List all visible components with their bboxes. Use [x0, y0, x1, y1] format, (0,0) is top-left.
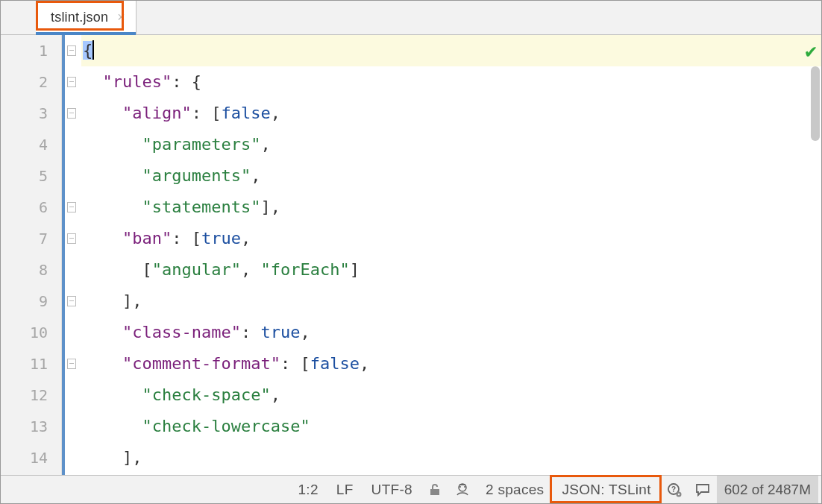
fold-handle[interactable]	[67, 296, 76, 306]
editor-tab[interactable]: tslint.json ×	[36, 1, 137, 34]
punctuation: ],	[260, 198, 280, 216]
json-key: "comment-format"	[122, 354, 280, 373]
code-line[interactable]: "align": [false,	[81, 98, 821, 129]
fold-handle[interactable]	[67, 108, 76, 119]
line-number[interactable]: 8	[1, 254, 48, 286]
string: "check-lowercase"	[142, 417, 310, 435]
code-line[interactable]: "parameters",	[81, 129, 821, 160]
fold-handle[interactable]	[67, 45, 76, 56]
punctuation: ,	[241, 229, 251, 248]
fold-column	[62, 35, 81, 475]
punctuation: ,	[260, 135, 270, 154]
punctuation: ,	[360, 354, 369, 373]
boolean: false	[221, 104, 270, 122]
string: "forEach"	[260, 260, 349, 279]
help-settings-icon[interactable]: ?	[660, 482, 688, 498]
code-line[interactable]: "rules": {	[81, 66, 821, 98]
line-number[interactable]: 13	[1, 411, 48, 442]
punctuation: ,	[271, 385, 280, 404]
status-bar: 1:2 LF UTF-8 2 spaces JSON: TSLint ? 602…	[1, 475, 821, 503]
punctuation: ],	[122, 292, 142, 310]
code-line[interactable]: "class-name": true,	[81, 317, 821, 348]
boolean: true	[260, 323, 300, 341]
file-language[interactable]: JSON: TSLint	[553, 476, 659, 503]
memory-indicator[interactable]: 602 of 2487M	[717, 476, 818, 503]
line-number[interactable]: 4	[1, 129, 48, 160]
svg-point-7	[677, 493, 680, 495]
line-number[interactable]: 7	[1, 223, 48, 254]
line-number[interactable]: 3	[1, 98, 48, 129]
code-line[interactable]: "check-space",	[81, 379, 821, 411]
svg-point-1	[459, 486, 461, 488]
code-line[interactable]: "statements"],	[81, 192, 821, 223]
punctuation: [	[142, 260, 151, 279]
line-number[interactable]: 6	[1, 192, 48, 223]
string: "parameters"	[142, 135, 260, 154]
string: "angular"	[152, 260, 241, 279]
code-line[interactable]: "comment-format": [false,	[81, 348, 821, 379]
indent-setting[interactable]: 2 spaces	[477, 476, 553, 503]
line-number[interactable]: 5	[1, 160, 48, 192]
encoding[interactable]: UTF-8	[363, 476, 421, 503]
punctuation: :	[241, 323, 261, 341]
punctuation: ]	[350, 260, 360, 279]
text-caret	[92, 40, 94, 60]
punctuation: : [	[172, 229, 201, 248]
punctuation: ,	[241, 260, 261, 279]
svg-text:?: ?	[671, 485, 676, 494]
fold-handle[interactable]	[67, 202, 76, 212]
tab-bar: tslint.json ×	[1, 1, 821, 35]
line-number[interactable]: 1	[1, 35, 48, 66]
line-number-gutter: 1 2 3 4 5 6 7 8 9 10 11 12 13 14	[1, 35, 62, 475]
string: "arguments"	[142, 166, 251, 185]
boolean: true	[201, 229, 241, 248]
unlock-icon[interactable]	[421, 482, 448, 497]
inspector-icon[interactable]	[448, 482, 477, 498]
code-line[interactable]: "arguments",	[81, 160, 821, 192]
svg-rect-3	[459, 484, 465, 485]
code-line[interactable]: ["angular", "forEach"]	[81, 254, 821, 286]
line-number[interactable]: 10	[1, 317, 48, 348]
editor-area: 1 2 3 4 5 6 7 8 9 10 11 12 13 14 ✔ { "ru…	[1, 35, 821, 475]
boolean: false	[310, 354, 360, 373]
line-separator[interactable]: LF	[327, 476, 363, 503]
string: "check-space"	[142, 385, 270, 404]
line-number[interactable]: 11	[1, 348, 48, 379]
line-number[interactable]: 14	[1, 442, 48, 473]
svg-point-2	[464, 486, 465, 488]
line-number[interactable]: 2	[1, 66, 48, 98]
json-key: "class-name"	[122, 323, 241, 341]
punctuation: ,	[251, 166, 260, 185]
punctuation: ,	[271, 104, 280, 122]
scrollbar-thumb[interactable]	[811, 66, 820, 141]
code-line[interactable]: ],	[81, 286, 821, 317]
punctuation: : {	[172, 72, 201, 91]
code-line[interactable]: {	[81, 35, 821, 66]
close-icon[interactable]: ×	[117, 10, 125, 25]
brace: {	[83, 41, 92, 60]
line-number[interactable]: 12	[1, 379, 48, 411]
code-line[interactable]: "check-lowercase"	[81, 411, 821, 442]
chat-icon[interactable]	[688, 482, 717, 498]
code-line[interactable]: "ban": [true,	[81, 223, 821, 254]
tab-label: tslint.json	[51, 10, 108, 25]
string: "statements"	[142, 198, 260, 216]
fold-handle[interactable]	[67, 233, 76, 244]
fold-handle[interactable]	[67, 77, 76, 87]
code-line[interactable]: ],	[81, 442, 821, 473]
code-content[interactable]: ✔ { "rules": { "align": [false, "paramet…	[81, 35, 821, 475]
ok-check-icon[interactable]: ✔	[805, 40, 817, 62]
punctuation: : [	[280, 354, 310, 373]
line-number[interactable]: 9	[1, 286, 48, 317]
json-key: "ban"	[122, 229, 172, 248]
punctuation: : [	[192, 104, 222, 122]
fold-handle[interactable]	[67, 359, 76, 369]
punctuation: ],	[122, 448, 142, 467]
json-key: "rules"	[103, 72, 172, 91]
punctuation: ,	[300, 323, 310, 341]
caret-position[interactable]: 1:2	[289, 476, 327, 503]
json-key: "align"	[122, 104, 192, 122]
